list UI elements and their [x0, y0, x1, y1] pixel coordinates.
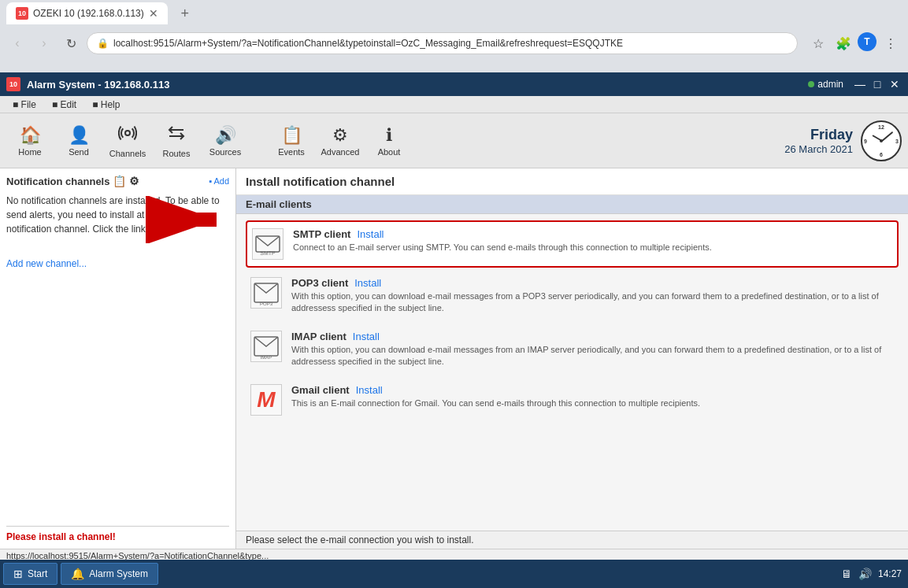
gmail-icon: M — [250, 384, 282, 416]
volume-icon: 🔊 — [858, 568, 872, 580]
gmail-channel-name: Gmail client Install — [291, 384, 894, 396]
imap-channel-info: IMAP client Install With this option, yo… — [291, 331, 894, 368]
pop3-channel-item: POP3 POP3 client Install With this optio… — [246, 271, 899, 321]
refresh-button[interactable]: ↻ — [60, 32, 82, 54]
events-icon: 📋 — [281, 125, 302, 146]
channels-list: SMTP SMTP client Install Connect to an E… — [236, 214, 908, 531]
browser-tab[interactable]: 10 OZEKI 10 (192.168.0.113) ✕ — [6, 2, 168, 24]
app-icon: 10 — [6, 77, 20, 91]
add-channel-button[interactable]: ▪ Add — [209, 176, 229, 186]
sidebar-content: No notification channels are installed. … — [6, 194, 229, 526]
channels-button[interactable]: Channels — [104, 117, 151, 165]
admin-status: admin — [808, 79, 843, 90]
svg-text:POP3: POP3 — [260, 301, 273, 306]
pop3-channel-desc: With this option, you can download e-mai… — [291, 290, 894, 315]
star-button[interactable]: ☆ — [807, 32, 829, 54]
about-label: About — [378, 147, 401, 157]
home-icon: 🏠 — [20, 125, 41, 146]
back-button[interactable]: ‹ — [6, 32, 28, 54]
sources-label: Sources — [209, 147, 241, 157]
svg-point-0 — [125, 131, 130, 135]
browser-chrome: 10 OZEKI 10 (192.168.0.113) ✕ + ‹ › ↻ 🔒 … — [0, 0, 908, 72]
svg-text:SMTP: SMTP — [260, 250, 276, 256]
home-label: Home — [18, 147, 41, 157]
extension-button[interactable]: 🧩 — [832, 32, 854, 54]
menu-bar: ■ File ■ Edit ■ Help — [0, 96, 908, 113]
add-new-channel-link[interactable]: Add new channel... — [6, 257, 229, 271]
menu-file[interactable]: ■ File — [6, 98, 43, 112]
lock-icon: 🔒 — [97, 38, 109, 49]
menu-edit[interactable]: ■ Edit — [46, 98, 83, 112]
imap-channel-item: IMAP IMAP client Install With this optio… — [246, 324, 899, 375]
start-button[interactable]: ⊞ Start — [3, 563, 57, 585]
minimize-button[interactable]: — — [853, 77, 867, 91]
about-icon: ℹ — [386, 125, 392, 146]
section-header: E-mail clients — [236, 195, 908, 214]
display-icon: 🖥 — [841, 568, 852, 580]
main-footer: Please select the e-mail connection you … — [236, 531, 908, 549]
taskbar: ⊞ Start 🔔 Alarm System 🖥 🔊 14:27 — [0, 560, 908, 588]
forward-button[interactable]: › — [33, 32, 55, 54]
advanced-button[interactable]: ⚙ Advanced — [317, 117, 364, 165]
app-titlebar: 10 Alarm System - 192.168.0.113 admin — … — [0, 72, 908, 96]
advanced-label: Advanced — [321, 147, 360, 157]
user-avatar[interactable]: T — [858, 32, 876, 51]
home-button[interactable]: 🏠 Home — [6, 117, 54, 165]
routes-button[interactable]: Routes — [153, 117, 200, 165]
tab-close-button[interactable]: ✕ — [149, 7, 158, 20]
sidebar-header: Notification channels 📋 ⚙ ▪ Add — [6, 175, 229, 187]
window-controls: — □ ✕ — [853, 77, 902, 91]
browser-actions: ☆ 🧩 T ⋮ — [807, 32, 902, 54]
pop3-icon: POP3 — [250, 277, 282, 309]
close-button[interactable]: ✕ — [888, 77, 902, 91]
start-label: Start — [28, 568, 47, 579]
svg-text:IMAP: IMAP — [261, 355, 272, 360]
smtp-install-link[interactable]: Install — [357, 228, 384, 240]
sidebar-title: Notification channels 📋 ⚙ — [6, 175, 139, 187]
sources-button[interactable]: 🔊 Sources — [202, 117, 249, 165]
alarm-system-taskbar-button[interactable]: 🔔 Alarm System — [61, 563, 158, 585]
maximize-button[interactable]: □ — [870, 77, 884, 91]
address-text: localhost:9515/Alarm+System/?a=Notificat… — [113, 38, 623, 49]
imap-icon: IMAP — [250, 331, 282, 362]
app-title: Alarm System - 192.168.0.113 — [27, 79, 808, 91]
pop3-install-link[interactable]: Install — [354, 277, 381, 289]
browser-titlebar: 10 OZEKI 10 (192.168.0.113) ✕ + — [0, 0, 908, 27]
new-tab-button[interactable]: + — [174, 2, 196, 24]
events-button[interactable]: 📋 Events — [268, 117, 315, 165]
alarm-icon: 🔔 — [71, 568, 84, 580]
gmail-channel-desc: This is an E-mail connection for Gmail. … — [291, 398, 894, 409]
clock-center — [880, 139, 883, 142]
full-date: 26 March 2021 — [784, 143, 853, 155]
send-button[interactable]: 👤 Send — [55, 117, 102, 165]
main-content: Install notification channel E-mail clie… — [236, 168, 908, 549]
date-display: Friday 26 March 2021 — [784, 127, 853, 155]
address-bar[interactable]: 🔒 localhost:9515/Alarm+System/?a=Notific… — [87, 32, 798, 54]
smtp-icon: SMTP — [252, 228, 284, 260]
browser-menu-button[interactable]: ⋮ — [880, 32, 902, 54]
smtp-channel-info: SMTP client Install Connect to an E-mail… — [293, 228, 892, 253]
about-button[interactable]: ℹ About — [365, 117, 413, 165]
sidebar: Notification channels 📋 ⚙ ▪ Add No notif… — [0, 168, 236, 549]
send-label: Send — [69, 147, 89, 157]
tab-favicon: 10 — [16, 7, 28, 20]
tab-title: OZEKI 10 (192.168.0.113) — [33, 8, 144, 19]
minute-hand — [881, 131, 893, 141]
sources-icon: 🔊 — [215, 125, 236, 146]
system-tray: 🖥 🔊 14:27 — [841, 568, 902, 580]
main-title: Install notification channel — [246, 175, 899, 188]
clipboard-icon: 📋 — [113, 175, 126, 187]
gmail-channel-item: M Gmail client Install This is an E-mail… — [246, 378, 899, 422]
main-header: Install notification channel — [236, 168, 908, 195]
gmail-install-link[interactable]: Install — [356, 384, 383, 396]
day-name: Friday — [784, 127, 853, 143]
toolbar: 🏠 Home 👤 Send Channels — [0, 113, 908, 168]
imap-install-link[interactable]: Install — [353, 331, 380, 342]
channels-label: Channels — [109, 149, 146, 158]
start-icon: ⊞ — [13, 568, 23, 580]
gmail-channel-info: Gmail client Install This is an E-mail c… — [291, 384, 894, 409]
routes-icon — [167, 124, 186, 147]
menu-help[interactable]: ■ Help — [86, 98, 126, 112]
smtp-channel-item: SMTP SMTP client Install Connect to an E… — [246, 220, 899, 268]
advanced-icon: ⚙ — [332, 125, 348, 146]
